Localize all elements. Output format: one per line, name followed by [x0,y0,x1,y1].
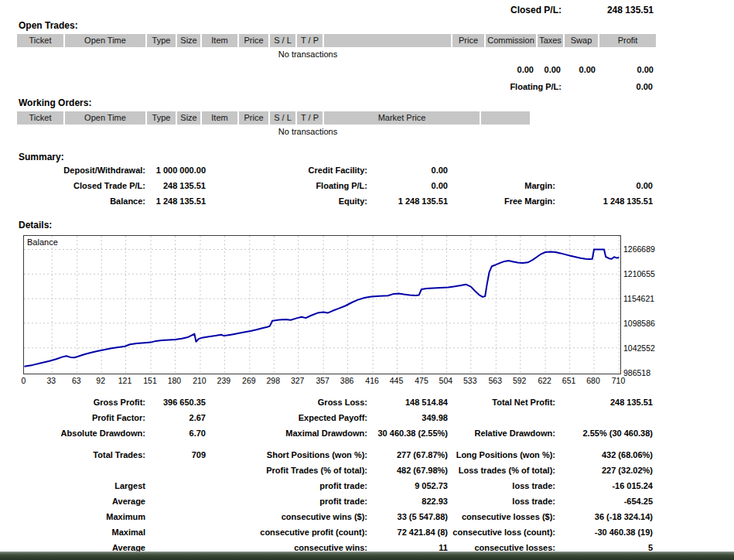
open-trades-empty-message: No transactions [246,50,370,59]
working-orders-empty-message: No transactions [246,127,370,136]
stat-value: 709 [146,447,206,463]
stat-label: Expected Payoff: [224,410,367,425]
stat-label: loss trade: [449,493,555,509]
stat-label: profit trade: [224,478,367,493]
stat-label: Free Margin: [449,193,555,209]
x-axis-label: 680 [580,376,606,385]
stat-label: Margin: [449,178,555,193]
x-axis-label: 0 [11,376,37,385]
stat-label: Profit Trades (% of total): [224,463,367,478]
col-open-profit: Profit [599,34,656,47]
col-open-taxes: Taxes [538,34,563,47]
stat-label: Average [19,493,145,509]
stat-value: 1 248 135.51 [369,193,448,209]
stat-label: Equity: [224,193,367,209]
col-open-commission: Commission [486,34,536,47]
stat-value: 0.00 [369,178,448,193]
col-work-price: Price [239,111,268,125]
stat-label: Profit Factor: [19,410,145,425]
x-axis-label: 622 [531,376,558,385]
x-axis-label: 63 [63,376,90,385]
stat-value: 248 135.51 [557,394,653,410]
stat-label: consecutive wins ($): [224,509,367,524]
col-work-market-price: Market Price [324,111,480,125]
stat-value: 2.55% (30 460.38) [557,425,653,441]
col-open-blank [324,34,451,47]
stat-label: Floating P/L: [224,178,367,193]
floating-pl-value: 0.00 [557,79,653,94]
stat-value: 1 000 000.00 [146,162,206,178]
stat-label: profit trade: [224,493,367,509]
x-axis-label: 121 [112,376,138,385]
stat-value: -654.25 [557,493,653,509]
x-axis-label: 239 [210,376,237,385]
balance-line [25,250,620,367]
stat-label: Short Positions (won %): [224,447,367,463]
stat-label: Long Positions (won %): [449,447,555,463]
col-open-ticket: Ticket [17,34,63,47]
col-open-swap: Swap [565,34,598,47]
x-axis-label: 416 [359,376,385,385]
stat-label: Total Trades: [19,447,145,463]
closed-pl-label: Closed P/L: [407,5,562,15]
summary-heading: Summary: [19,152,64,162]
stat-value: 227 (32.02%) [557,463,653,478]
closed-pl-value: 248 135.51 [545,5,654,15]
stat-label: consecutive profit (count): [224,524,367,540]
stat-label: loss trade: [449,478,555,493]
stat-value: 248 135.51 [146,178,206,193]
working-orders-heading: Working Orders: [19,97,91,108]
col-work-ticket: Ticket [17,111,63,125]
stat-value: 1 248 135.51 [146,193,206,209]
stat-value: 432 (68.06%) [557,447,653,463]
x-axis-label: 269 [236,376,262,385]
stat-value: 33 (5 547.88) [369,509,448,524]
stat-label: consecutive loss (count): [449,524,555,540]
stat-label: Maximum [19,509,145,524]
y-axis-label: 1210655 [623,269,655,278]
stat-label: Largest [19,478,145,493]
x-axis-label: 180 [161,376,187,385]
stat-label: Maximal [19,524,145,540]
stat-label: Total Net Profit: [449,394,555,410]
col-work-item: Item [202,111,237,125]
col-open-item: Item [202,34,237,47]
x-axis-label: 298 [260,376,286,385]
x-axis-label: 327 [285,376,311,385]
x-axis-label: 445 [383,376,409,385]
stat-value: 6.70 [146,425,206,441]
x-axis-label: 504 [432,376,459,385]
floating-pl-label: Floating P/L: [433,79,562,94]
stat-value: 0.00 [369,162,448,178]
y-axis-label: 1098586 [623,319,655,328]
details-heading: Details: [19,220,52,230]
stat-value: 2.67 [146,410,206,425]
stat-value: -16 015.24 [557,478,653,493]
stat-value: 36 (-18 324.14) [557,509,653,524]
stat-value: 72 421.84 (8) [369,524,448,540]
stat-label: Balance: [19,193,145,209]
totals-value: 0.00 [607,65,654,74]
col-work-open-time: Open Time [65,111,145,125]
stat-value: 1 248 135.51 [557,193,653,209]
col-work-size: Size [177,111,200,125]
stat-value: 349.98 [369,410,448,425]
stat-label: Maximal Drawdown: [224,425,367,441]
stat-value: -30 460.38 (19) [557,524,653,540]
stat-value: 30 460.38 (2.55%) [369,425,448,441]
x-axis-label: 210 [186,376,213,385]
stat-value: 482 (67.98%) [369,463,448,478]
x-axis-label: 563 [482,376,508,385]
chart-legend-balance: Balance [27,237,58,247]
col-open-s-l: S / L [270,34,295,47]
col-work-t-p: T / P [297,111,323,125]
open-trades-heading: Open Trades: [19,20,78,31]
col-open-type: Type [147,34,176,47]
balance-chart [23,235,621,374]
stat-label: Relative Drawdown: [449,425,555,441]
balance-chart-svg [24,236,620,374]
col-work-type: Type [147,111,176,125]
x-axis-label: 651 [556,376,582,385]
stat-value: 822.93 [369,493,448,509]
x-axis-label: 533 [457,376,483,385]
